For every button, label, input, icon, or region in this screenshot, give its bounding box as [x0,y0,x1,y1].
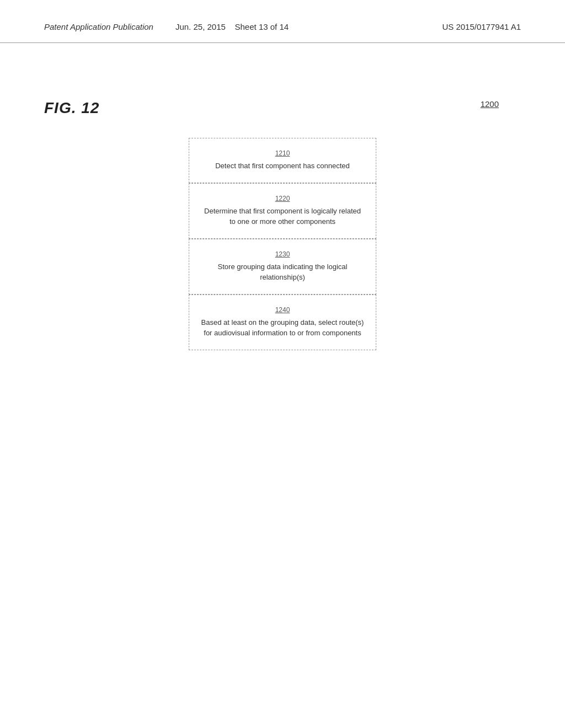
flow-box-1220-text: Determine that first component is logica… [204,207,361,226]
flow-box-1230-text: Store grouping data indicating the logic… [218,263,348,282]
header-date-sheet: Jun. 25, 2015 Sheet 13 of 14 [175,22,289,31]
flow-box-1210-text: Detect that first component has connecte… [215,162,350,170]
flow-box-1230-label: 1230 [200,250,365,258]
flow-box-1210-label: 1210 [200,149,365,157]
flow-box-1240-label: 1240 [200,306,365,314]
flow-box-1240-text: Based at least on the grouping data, sel… [201,318,364,338]
figure-label: FIG. 12 [44,99,99,117]
header-left: Patent Application Publication Jun. 25, … [44,22,289,31]
header-title: Patent Application Publication [44,22,153,31]
flow-box-1240: 1240 Based at least on the grouping data… [189,295,376,350]
header: Patent Application Publication Jun. 25, … [0,0,565,43]
flowchart: 1210 Detect that first component has con… [189,138,376,350]
flow-box-1220: 1220 Determine that first component is l… [189,183,376,239]
flow-box-1220-label: 1220 [200,195,365,202]
header-patent: US 2015/0177941 A1 [442,22,521,31]
diagram-number: 1200 [481,99,499,109]
page: Patent Application Publication Jun. 25, … [0,0,565,728]
flow-box-1210: 1210 Detect that first component has con… [189,138,376,183]
flow-box-1230: 1230 Store grouping data indicating the … [189,239,376,295]
